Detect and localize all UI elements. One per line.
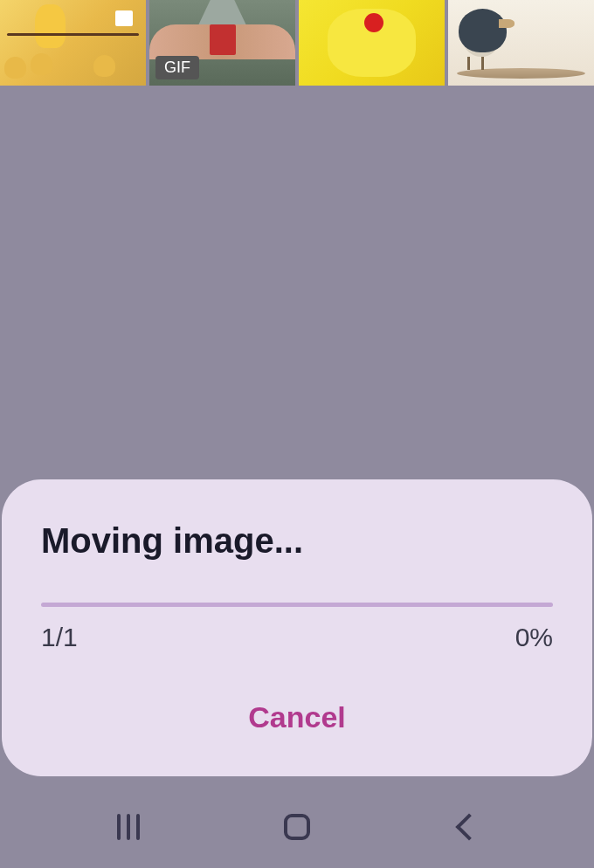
progress-info-row: 1/1 0%	[41, 623, 553, 652]
recent-apps-button[interactable]	[107, 805, 150, 849]
progress-percent: 0%	[515, 623, 553, 652]
recent-apps-icon	[117, 814, 140, 840]
home-button[interactable]	[275, 805, 319, 849]
navigation-bar	[0, 785, 594, 868]
progress-bar	[41, 603, 553, 607]
back-icon	[456, 813, 483, 840]
cancel-button[interactable]: Cancel	[41, 692, 553, 743]
back-button[interactable]	[444, 805, 487, 849]
progress-dialog: Moving image... 1/1 0% Cancel	[2, 479, 592, 776]
progress-count: 1/1	[41, 623, 78, 652]
dialog-title: Moving image...	[41, 521, 553, 561]
home-icon	[284, 814, 310, 840]
